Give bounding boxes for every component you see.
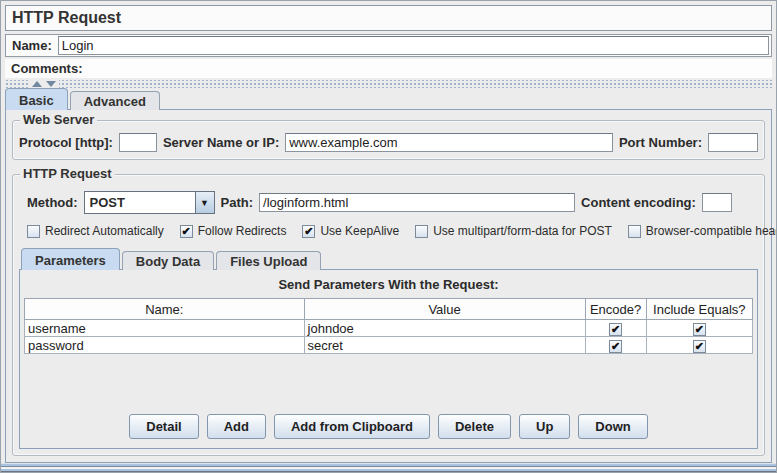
option-use-keepalive[interactable]: ✔Use KeepAlive — [302, 224, 399, 238]
checkbox-icon[interactable]: ✔ — [302, 225, 315, 238]
param-name-cell[interactable]: password — [25, 337, 305, 354]
checkbox-icon[interactable]: ✔ — [609, 340, 622, 353]
chevron-down-icon[interactable]: ▼ — [195, 192, 214, 213]
page-title-box: HTTP Request — [5, 5, 772, 31]
checkbox-icon[interactable] — [628, 225, 641, 238]
window-bottom-edge — [1, 463, 776, 472]
server-name-input[interactable] — [285, 133, 613, 152]
option-label: Browser-compatible headers — [646, 224, 777, 238]
table-row[interactable]: passwordsecret✔✔ — [25, 337, 753, 354]
name-row: Name: — [5, 34, 772, 57]
option-label: Use multipart/form-data for POST — [433, 224, 612, 238]
web-server-group-title: Web Server — [20, 113, 97, 127]
table-empty-area — [24, 354, 753, 410]
param-value-cell[interactable]: secret — [304, 337, 585, 354]
delete-button[interactable]: Delete — [438, 414, 511, 439]
server-name-label: Server Name or IP: — [163, 135, 279, 150]
checkbox-icon[interactable]: ✔ — [693, 323, 706, 336]
checkbox-icon[interactable]: ✔ — [693, 340, 706, 353]
protocol-label: Protocol [http]: — [19, 135, 113, 150]
checkbox-icon[interactable] — [27, 225, 40, 238]
detail-button[interactable]: Detail — [129, 414, 198, 439]
name-input[interactable] — [58, 36, 769, 55]
http-request-group-title: HTTP Request — [20, 167, 115, 181]
encode-cell[interactable]: ✔ — [585, 337, 646, 354]
option-use-multipart-form-data-for-post[interactable]: Use multipart/form-data for POST — [415, 224, 612, 238]
option-label: Redirect Automatically — [45, 224, 164, 238]
add-button[interactable]: Add — [207, 414, 266, 439]
parameters-tab-content: Send Parameters With the Request: Name:V… — [19, 269, 758, 449]
down-button[interactable]: Down — [578, 414, 647, 439]
tab-parameters[interactable]: Parameters — [21, 248, 120, 270]
name-label: Name: — [12, 38, 52, 53]
path-input[interactable] — [259, 193, 575, 212]
column-header[interactable]: Name: — [25, 299, 305, 320]
http-request-sampler-panel: HTTP Request Name: Comments: BasicAdvanc… — [0, 0, 777, 473]
request-options-row: Redirect Automatically✔Follow Redirects✔… — [27, 224, 758, 238]
option-browser-compatible-headers[interactable]: Browser-compatible headers — [628, 224, 777, 238]
content-encoding-label: Content encoding: — [581, 195, 696, 210]
path-label: Path: — [221, 195, 254, 210]
comments-input[interactable] — [87, 59, 772, 78]
option-follow-redirects[interactable]: ✔Follow Redirects — [180, 224, 287, 238]
checkbox-icon[interactable]: ✔ — [609, 323, 622, 336]
protocol-input[interactable] — [119, 133, 157, 152]
http-request-group: HTTP Request Method: POST ▼ Path: Conten… — [12, 174, 765, 456]
option-label: Follow Redirects — [198, 224, 287, 238]
parameters-tab-pane: ParametersBody DataFiles Upload Send Par… — [19, 248, 758, 449]
parameters-table: Name:ValueEncode?Include Equals? usernam… — [24, 298, 753, 354]
split-pane-divider[interactable] — [5, 80, 772, 88]
basic-tab-content: Web Server Protocol [http]: Server Name … — [5, 109, 772, 463]
checkbox-icon[interactable]: ✔ — [180, 225, 193, 238]
method-label: Method: — [27, 195, 78, 210]
table-button-row: DetailAddAdd from ClipboardDeleteUpDown — [24, 414, 753, 439]
encode-cell[interactable]: ✔ — [585, 320, 646, 337]
param-value-cell[interactable]: johndoe — [304, 320, 585, 337]
tab-advanced[interactable]: Advanced — [70, 91, 160, 110]
include-equals-cell[interactable]: ✔ — [646, 320, 752, 337]
checkbox-icon[interactable] — [415, 225, 428, 238]
method-selected-value: POST — [85, 192, 195, 213]
comments-row: Comments: — [5, 59, 772, 78]
method-row: Method: POST ▼ Path: Content encoding: — [27, 191, 758, 214]
include-equals-cell[interactable]: ✔ — [646, 337, 752, 354]
page-title: HTTP Request — [12, 9, 121, 27]
option-label: Use KeepAlive — [320, 224, 399, 238]
column-header[interactable]: Include Equals? — [646, 299, 752, 320]
parameters-tab-bar: ParametersBody DataFiles Upload — [19, 248, 758, 270]
main-tab-bar: BasicAdvanced — [1, 88, 776, 110]
table-title: Send Parameters With the Request: — [24, 277, 753, 292]
option-redirect-automatically[interactable]: Redirect Automatically — [27, 224, 164, 238]
splitter-collapse-icon[interactable] — [32, 81, 42, 87]
port-number-input[interactable] — [708, 133, 758, 152]
splitter-expand-icon[interactable] — [46, 81, 56, 87]
add-from-clipboard-button[interactable]: Add from Clipboard — [274, 414, 430, 439]
tab-basic[interactable]: Basic — [5, 88, 68, 110]
tab-body-data[interactable]: Body Data — [122, 251, 214, 270]
table-row[interactable]: usernamejohndoe✔✔ — [25, 320, 753, 337]
method-dropdown[interactable]: POST ▼ — [84, 191, 215, 214]
port-number-label: Port Number: — [619, 135, 702, 150]
column-header[interactable]: Value — [304, 299, 585, 320]
param-name-cell[interactable]: username — [25, 320, 305, 337]
comments-label: Comments: — [11, 61, 83, 76]
web-server-group: Web Server Protocol [http]: Server Name … — [12, 120, 765, 160]
content-encoding-input[interactable] — [702, 193, 732, 212]
up-button[interactable]: Up — [519, 414, 570, 439]
column-header[interactable]: Encode? — [585, 299, 646, 320]
tab-files-upload[interactable]: Files Upload — [216, 251, 321, 270]
table-header-row: Name:ValueEncode?Include Equals? — [25, 299, 753, 320]
